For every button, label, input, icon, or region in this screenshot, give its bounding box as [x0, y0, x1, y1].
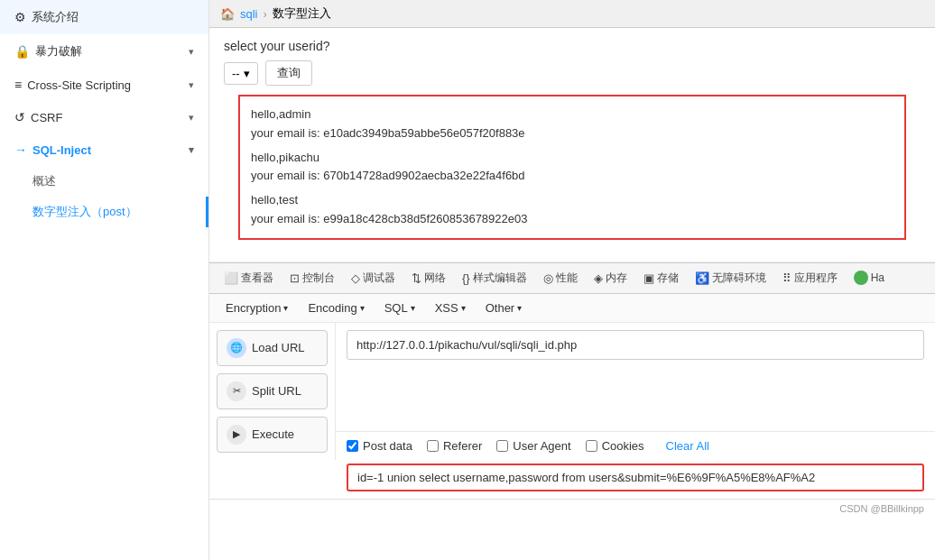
execute-icon: ▶ [227, 425, 246, 445]
sys-icon: ⚙ [14, 10, 26, 24]
sidebar-item-brute-force[interactable]: 🔒 暴力破解 ▾ [0, 34, 208, 69]
sidebar-sub-label-overview: 概述 [32, 174, 56, 188]
menu-other[interactable]: Other ▾ [477, 298, 532, 318]
chevron-down-icon-sql: ▾ [189, 144, 194, 156]
menu-xss[interactable]: XSS ▾ [426, 298, 475, 318]
sidebar: ⚙ 系统介绍 🔒 暴力破解 ▾ ≡ Cross-Site Scripting ▾… [0, 0, 209, 560]
lock-icon: 🔒 [14, 44, 30, 59]
tool-actions: 🌐 Load URL ✂ Split URL ▶ Execute [209, 323, 935, 460]
result-item-2: hello,pikachu your email is: 670b14728ad… [251, 149, 893, 187]
select-placeholder: -- [232, 67, 240, 80]
user-agent-checkbox-label[interactable]: User Agent [496, 439, 570, 453]
tab-debugger[interactable]: ◇ 调试器 [344, 267, 403, 289]
select-arrow: ▾ [244, 67, 250, 80]
tab-style-editor[interactable]: {} 样式编辑器 [455, 267, 534, 289]
sidebar-label-xss: Cross-Site Scripting [27, 78, 131, 92]
post-data-label: Post data [363, 439, 412, 453]
breadcrumb-current: 数字型注入 [273, 5, 331, 22]
sidebar-label-csrf: CSRF [31, 111, 62, 124]
referer-checkbox-label[interactable]: Referer [427, 439, 482, 453]
sql-icon: → [14, 142, 27, 157]
split-url-icon: ✂ [227, 381, 246, 401]
inspector-icon: ⬜ [224, 271, 238, 285]
options-row: Post data Referer User Agent [336, 431, 935, 460]
sidebar-label-sys: 系统介绍 [32, 9, 79, 25]
menu-encryption[interactable]: Encryption ▾ [217, 298, 297, 318]
sql-arrow: ▾ [411, 303, 415, 313]
sidebar-item-xss[interactable]: ≡ Cross-Site Scripting ▾ [0, 69, 208, 101]
tab-ha[interactable]: Ha [847, 267, 892, 289]
tab-ha-label: Ha [871, 271, 884, 284]
encoding-label: Encoding [308, 301, 356, 315]
style-editor-icon: {} [462, 271, 470, 285]
xss-icon: ≡ [14, 78, 22, 92]
tab-inspector-label: 查看器 [241, 271, 273, 286]
user-agent-checkbox[interactable] [496, 440, 508, 452]
active-indicator [206, 197, 208, 227]
tab-style-editor-label: 样式编辑器 [473, 271, 527, 286]
tab-accessibility[interactable]: ♿ 无障碍环境 [688, 267, 773, 289]
load-url-button[interactable]: 🌐 Load URL [217, 330, 328, 366]
sidebar-label-sql: SQL-Inject [32, 143, 91, 157]
tab-memory[interactable]: ◈ 内存 [587, 267, 634, 289]
tab-performance-label: 性能 [556, 271, 578, 286]
menu-encoding[interactable]: Encoding ▾ [299, 298, 373, 318]
tab-inspector[interactable]: ⬜ 查看器 [217, 267, 281, 289]
sidebar-label-brute: 暴力破解 [35, 43, 82, 60]
tab-memory-label: 内存 [606, 271, 627, 286]
breadcrumb-sqli[interactable]: sqli [240, 7, 258, 21]
xss-arrow: ▾ [461, 303, 466, 313]
result-item-1: hello,admin your email is: e10adc3949ba5… [251, 106, 893, 143]
sidebar-sub-item-numeric[interactable]: 数字型注入（post） [0, 197, 208, 227]
split-url-label: Split URL [252, 384, 301, 398]
cookies-checkbox[interactable] [586, 440, 597, 452]
sidebar-item-csrf[interactable]: ↺ CSRF ▾ [0, 101, 208, 133]
tab-network[interactable]: ⇅ 网络 [404, 267, 453, 289]
left-buttons: 🌐 Load URL ✂ Split URL ▶ Execute [209, 323, 336, 460]
console-icon: ⊡ [290, 271, 300, 285]
userid-select[interactable]: -- ▾ [224, 62, 258, 85]
apps-icon: ⠿ [782, 271, 792, 285]
tab-network-label: 网络 [424, 271, 446, 286]
clear-all-button[interactable]: Clear All [666, 439, 709, 453]
result-line2-3: your email is: e99a18c428cb38d5f26085367… [251, 210, 893, 229]
devtools-bar: ⬜ 查看器 ⊡ 控制台 ◇ 调试器 ⇅ 网络 {} 样式编辑器 [209, 262, 935, 294]
chevron-down-icon-csrf: ▾ [189, 112, 194, 124]
breadcrumb-separator: › [264, 7, 267, 21]
url-input[interactable] [347, 330, 924, 360]
sidebar-item-sys-intro[interactable]: ⚙ 系统介绍 [0, 0, 208, 34]
result-line2-1: your email is: e10adc3949ba59abbe56e057f… [251, 124, 893, 143]
tab-performance[interactable]: ◎ 性能 [536, 267, 585, 289]
tab-console[interactable]: ⊡ 控制台 [282, 267, 342, 289]
tool-panel: Encryption ▾ Encoding ▾ SQL ▾ XSS ▾ [209, 294, 935, 500]
result-line1-2: hello,pikachu [251, 149, 893, 168]
chevron-down-icon-xss: ▾ [189, 79, 194, 91]
menu-sql[interactable]: SQL ▾ [375, 298, 424, 318]
xss-menu-label: XSS [435, 301, 458, 315]
tab-apps[interactable]: ⠿ 应用程序 [775, 267, 845, 289]
sidebar-sub-item-overview[interactable]: 概述 [0, 166, 208, 197]
execute-label: Execute [252, 427, 294, 441]
post-data-input[interactable] [347, 464, 924, 491]
tab-storage[interactable]: ▣ 存储 [636, 267, 686, 289]
post-data-checkbox[interactable] [347, 440, 358, 452]
cookies-label: Cookies [602, 439, 644, 453]
referer-label: Referer [443, 439, 482, 453]
load-url-label: Load URL [252, 341, 305, 354]
query-button[interactable]: 查询 [265, 60, 312, 86]
cookies-checkbox-label[interactable]: Cookies [586, 439, 644, 453]
post-data-checkbox-label[interactable]: Post data [347, 439, 412, 453]
sidebar-item-sql-inject[interactable]: → SQL-Inject ▾ [0, 133, 208, 166]
tab-storage-label: 存储 [657, 271, 679, 286]
menu-bar: Encryption ▾ Encoding ▾ SQL ▾ XSS ▾ [209, 294, 935, 323]
execute-button[interactable]: ▶ Execute [217, 417, 328, 453]
browser-bar: 🏠 sqli › 数字型注入 [209, 0, 935, 28]
storage-icon: ▣ [643, 271, 654, 285]
split-url-button[interactable]: ✂ Split URL [217, 373, 328, 409]
result-line1-3: hello,test [251, 191, 893, 210]
referer-checkbox[interactable] [427, 440, 439, 452]
post-data-area [209, 460, 935, 499]
encryption-arrow: ▾ [283, 303, 288, 313]
query-controls: -- ▾ 查询 [224, 60, 921, 86]
tab-accessibility-label: 无障碍环境 [712, 271, 766, 286]
